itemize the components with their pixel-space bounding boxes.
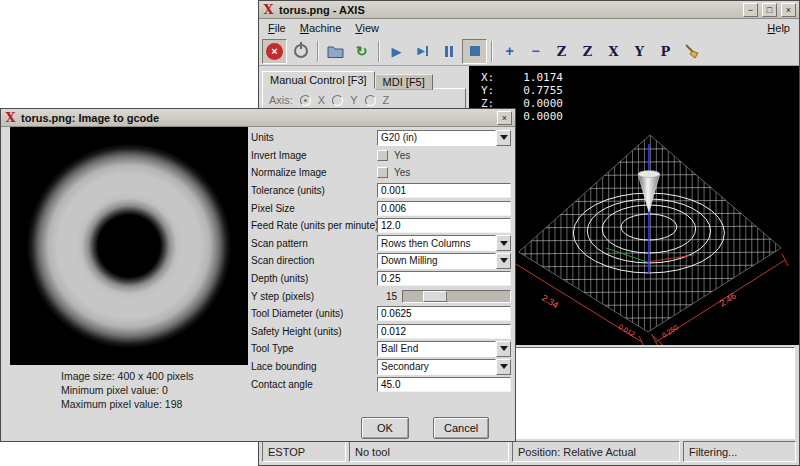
open-file-button[interactable] xyxy=(323,39,348,64)
normalize-image-checkbox[interactable] xyxy=(377,167,388,178)
scan-pattern-select[interactable]: Rows then Columns xyxy=(377,235,511,251)
status-tool: No tool xyxy=(349,441,509,462)
view-front-icon: Y xyxy=(635,44,644,59)
image-to-gcode-dialog: X torus.png: Image to gcode × Image size… xyxy=(0,108,516,442)
tool-cone-top xyxy=(638,171,660,178)
depth-input[interactable] xyxy=(377,271,511,286)
row-tool-diameter: Tool Diameter (units) xyxy=(251,305,513,323)
axis-logo-icon: X xyxy=(262,2,275,17)
play-icon: ▶ xyxy=(392,45,402,58)
close-button[interactable]: × xyxy=(497,111,512,125)
selected-value: Secondary xyxy=(377,359,496,375)
broom-icon xyxy=(684,43,700,59)
ok-button[interactable]: OK xyxy=(361,417,409,439)
image-preview xyxy=(10,127,248,365)
field-label: Y step (pixels) xyxy=(251,291,377,302)
row-feed-rate: Feed Rate (units per minute) xyxy=(251,217,513,235)
field-label: Tolerance (units) xyxy=(251,185,377,196)
field-label: Tool Diameter (units) xyxy=(251,308,377,319)
toolbar-separator xyxy=(317,41,319,62)
field-label: Contact angle xyxy=(251,379,377,390)
tab-manual-control[interactable]: Manual Control [F3] xyxy=(262,71,375,89)
dim-label-right: 2.46 xyxy=(718,291,738,309)
slider-value: 15 xyxy=(377,291,397,302)
toolbar-separator xyxy=(491,41,493,62)
axis-y-radio[interactable] xyxy=(332,95,343,106)
axis-z-label: Z xyxy=(383,94,390,106)
menu-file[interactable]: File xyxy=(261,21,293,35)
field-label: Depth (units) xyxy=(251,273,377,284)
axis-x-radio[interactable] xyxy=(300,95,311,106)
lace-bounding-select[interactable]: Secondary xyxy=(377,359,511,375)
desktop: X torus.png - AXIS − □ × File Machine Vi… xyxy=(0,0,800,466)
tab-mdi[interactable]: MDI [F5] xyxy=(375,74,433,90)
dialog-titlebar[interactable]: X torus.png: Image to gcode × xyxy=(1,109,515,127)
view-rotated-top-button[interactable]: Z xyxy=(575,39,600,64)
close-button[interactable]: × xyxy=(781,3,796,17)
clear-plot-button[interactable] xyxy=(679,39,704,64)
row-units: Units G20 (in) xyxy=(251,129,513,147)
scan-direction-select[interactable]: Down Milling xyxy=(377,253,511,269)
options-form: Units G20 (in) Invert Image Yes Normaliz… xyxy=(251,129,513,439)
zoom-out-button[interactable]: − xyxy=(523,39,548,64)
row-lace-bounding: Lace bounding Secondary xyxy=(251,358,513,376)
tool-diameter-input[interactable] xyxy=(377,306,511,321)
zoom-in-button[interactable]: + xyxy=(497,39,522,64)
estop-button[interactable]: × xyxy=(262,39,287,64)
chevron-down-icon[interactable] xyxy=(496,235,511,251)
row-depth: Depth (units) xyxy=(251,270,513,288)
y-step-slider[interactable] xyxy=(402,290,511,303)
field-label: Pixel Size xyxy=(251,203,377,214)
row-tool-type: Tool Type Ball End xyxy=(251,340,513,358)
safety-height-input[interactable] xyxy=(377,324,511,339)
chevron-down-icon[interactable] xyxy=(496,253,511,269)
reload-button[interactable]: ↻ xyxy=(349,39,374,64)
run-button[interactable]: ▶ xyxy=(384,39,409,64)
toolbar: × ↻ ▶ ▶ xyxy=(259,37,799,66)
view-front-button[interactable]: Y xyxy=(627,39,652,64)
cancel-button[interactable]: Cancel xyxy=(433,417,489,439)
menubar: File Machine View Help xyxy=(259,19,799,37)
status-estop: ESTOP xyxy=(262,441,346,462)
step-button[interactable]: ▶ xyxy=(410,39,435,64)
stop-button[interactable] xyxy=(462,39,487,64)
pause-icon xyxy=(445,46,448,57)
tool-type-select[interactable]: Ball End xyxy=(377,341,511,357)
feed-rate-input[interactable] xyxy=(377,218,511,233)
chevron-down-icon[interactable] xyxy=(496,341,511,357)
view-side-button[interactable]: X xyxy=(601,39,626,64)
row-invert-image: Invert Image Yes xyxy=(251,147,513,165)
maximize-button[interactable]: □ xyxy=(762,3,777,17)
dro-row-y: Y: 0.7755 xyxy=(481,84,563,97)
row-pixel-size: Pixel Size xyxy=(251,199,513,217)
chevron-down-icon[interactable] xyxy=(496,130,511,146)
backplot-preview[interactable]: 2.34 2.46 0.012 0.250 X: 1.0174 Y: 0.775… xyxy=(469,66,799,345)
view-side-icon: X xyxy=(608,44,618,59)
slider-handle[interactable] xyxy=(423,291,447,302)
menu-help[interactable]: Help xyxy=(760,21,797,35)
reload-icon: ↻ xyxy=(356,45,368,58)
power-icon xyxy=(294,44,308,58)
invert-image-checkbox[interactable] xyxy=(377,150,388,161)
max-pixel-text: Maximum pixel value: 198 xyxy=(61,397,194,411)
units-select[interactable]: G20 (in) xyxy=(377,130,511,146)
pause-button[interactable] xyxy=(436,39,461,64)
view-perspective-button[interactable]: P xyxy=(653,39,678,64)
chevron-down-icon[interactable] xyxy=(496,359,511,375)
menu-machine[interactable]: Machine xyxy=(293,21,349,35)
row-scan-direction: Scan direction Down Milling xyxy=(251,252,513,270)
machine-power-button[interactable] xyxy=(288,39,313,64)
dro-row-x: X: 1.0174 xyxy=(481,71,563,84)
field-label: Lace bounding xyxy=(251,361,377,372)
contact-angle-input[interactable] xyxy=(377,377,511,392)
axis-titlebar[interactable]: X torus.png - AXIS − □ × xyxy=(259,1,799,19)
estop-icon: × xyxy=(266,43,283,60)
view-top-icon: Z xyxy=(557,44,567,59)
minimize-button[interactable]: − xyxy=(743,3,758,17)
pixel-size-input[interactable] xyxy=(377,201,511,216)
view-top-button[interactable]: Z xyxy=(549,39,574,64)
tolerance-input[interactable] xyxy=(377,183,511,198)
dim-label-left: 2.34 xyxy=(540,293,560,311)
menu-view[interactable]: View xyxy=(348,21,386,35)
axis-z-radio[interactable] xyxy=(365,95,376,106)
